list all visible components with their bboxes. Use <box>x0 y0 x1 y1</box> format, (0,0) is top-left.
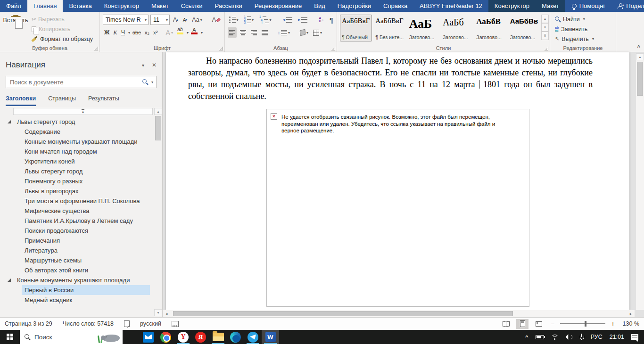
headings-top-bar[interactable]: ▲ <box>13 108 153 115</box>
line-spacing-button[interactable]: ↕▾ <box>276 27 291 38</box>
nav-heading-item[interactable]: Об авторах этой книги <box>22 265 150 275</box>
select-button[interactable]: ↖ Выделить ▾ <box>555 34 594 43</box>
action-center-icon[interactable] <box>631 334 638 340</box>
taskbar-search-box[interactable]: Поиск <box>20 330 123 344</box>
tab-table-design[interactable]: Конструктор <box>488 0 536 12</box>
nav-heading-item[interactable]: Конные монументы украшают площади <box>14 275 150 285</box>
nav-heading-item[interactable]: Львы стерегут город <box>22 166 150 176</box>
zoom-level[interactable]: 130 % <box>620 320 639 327</box>
taskbar-app-telegram[interactable] <box>244 330 262 344</box>
read-mode-button[interactable] <box>500 319 512 329</box>
wifi-icon[interactable] <box>551 334 559 340</box>
missing-image-placeholder[interactable]: ✕ Не удается отобразить связанный рисуно… <box>266 109 529 307</box>
nav-heading-item[interactable]: Примечания <box>22 236 150 246</box>
style-heading2[interactable]: АаБб Заголово... <box>441 15 473 41</box>
font-size-combo[interactable]: 11 ▾ <box>150 15 170 25</box>
highlight-dropdown-icon[interactable]: ▾ <box>187 31 189 35</box>
align-center-button[interactable] <box>239 27 248 38</box>
tab-file[interactable]: Файл <box>0 0 27 12</box>
search-icon[interactable] <box>142 79 148 85</box>
tab-addins[interactable]: Надстройки <box>331 0 377 12</box>
numbering-button[interactable]: ▾ <box>243 15 256 25</box>
tab-home[interactable]: Главная <box>27 0 63 12</box>
nav-scroll-up-button[interactable]: ▲ <box>154 108 162 115</box>
nav-heading-item[interactable]: Львы стерегут город <box>14 117 150 127</box>
expand-triangle-icon[interactable] <box>8 120 11 123</box>
clock[interactable]: 21:01 <box>610 334 624 340</box>
nav-heading-item[interactable]: Маршрутные схемы <box>22 255 150 265</box>
taskbar-app-yandex[interactable]: Я <box>192 330 209 344</box>
tab-review[interactable]: Рецензирование <box>248 0 308 12</box>
clear-formatting-button[interactable]: А <box>211 15 222 25</box>
font-family-combo[interactable]: Times New R ▾ <box>103 15 149 25</box>
nav-heading-item[interactable]: Мифические существа <box>22 206 150 216</box>
style-no-spacing[interactable]: АаБбВвГ ¶ Без инте... <box>373 15 405 41</box>
shrink-font-button[interactable]: А▾ <box>182 15 189 25</box>
navigation-pane-options-icon[interactable]: ▾ <box>142 63 144 68</box>
show-marks-button[interactable]: ¶ <box>328 15 335 25</box>
styles-scroll-up-button[interactable]: ▴ <box>541 15 549 23</box>
nav-heading-item[interactable]: Конные монументы украшают площади <box>22 137 150 147</box>
zoom-slider-thumb[interactable] <box>585 321 586 327</box>
clipboard-dialog-launcher[interactable] <box>94 47 98 50</box>
italic-button[interactable]: К <box>112 27 118 38</box>
web-layout-button[interactable] <box>533 319 545 329</box>
styles-scroll-down-button[interactable]: ▾ <box>541 23 549 32</box>
tab-insert[interactable]: Вставка <box>63 0 98 12</box>
copy-button[interactable]: Копировать <box>30 25 94 33</box>
change-case-button[interactable]: Аа▾ <box>190 15 203 25</box>
superscript-button[interactable]: x² <box>152 27 159 38</box>
expand-triangle-icon[interactable] <box>8 278 11 282</box>
format-painter-button[interactable]: Формат по образцу <box>30 34 94 43</box>
horizontal-scrollbar[interactable]: ◀ ▶ <box>163 310 635 317</box>
align-left-button[interactable] <box>228 27 237 38</box>
print-layout-button[interactable] <box>516 319 528 329</box>
styles-dialog-launcher[interactable] <box>545 47 548 50</box>
tab-mailings[interactable]: Рассылки <box>208 0 248 12</box>
navigation-pane-close-icon[interactable]: ✕ <box>152 62 157 68</box>
tab-table-layout[interactable]: Макет <box>536 0 565 12</box>
nav-heading-item[interactable]: Три моста в оформлении П.П. Соколова <box>22 196 150 206</box>
vertical-scrollbar[interactable]: ▲ <box>636 53 644 310</box>
zoom-out-button[interactable]: − <box>549 320 556 328</box>
collapse-ribbon-button[interactable]: ^ <box>637 44 640 50</box>
strikethrough-button[interactable]: abc <box>131 27 142 38</box>
start-button[interactable] <box>0 330 20 344</box>
tell-me-button[interactable]: Помощні <box>565 0 611 12</box>
find-button[interactable]: Найти ▾ <box>555 15 585 24</box>
paste-button[interactable]: Вставить ▾ <box>3 15 28 25</box>
document-search-box[interactable]: Поиск в документе ▾ <box>6 76 157 88</box>
style-heading3[interactable]: АаБбВ Заголово... <box>474 15 506 41</box>
taskbar-app-mail[interactable] <box>140 330 157 344</box>
share-button[interactable]: + Поделиться <box>611 0 644 12</box>
nav-heading-item[interactable]: Памятник И.А.Крылову в Летнем саду <box>22 216 150 226</box>
battery-icon[interactable] <box>536 335 544 339</box>
cut-button[interactable]: ✂ Вырезать <box>30 15 94 24</box>
underline-dropdown-icon[interactable]: ▾ <box>128 31 130 35</box>
tab-help[interactable]: Справка <box>377 0 413 12</box>
nav-heading-item[interactable]: Кони мчатся над городом <box>22 147 150 156</box>
doc-scroll-up-button[interactable]: ▲ <box>636 53 644 60</box>
language-status[interactable]: русский <box>140 320 161 327</box>
taskbar-app-chrome[interactable] <box>157 330 174 344</box>
document-page[interactable]: Но напрасно болезненно подозрительный Па… <box>166 52 629 310</box>
nav-heading-item[interactable]: Понемногу о разных <box>22 176 150 186</box>
doc-scroll-left-button[interactable]: ◀ <box>163 312 170 315</box>
nav-heading-item[interactable]: Медный всадник <box>22 295 150 305</box>
replace-button[interactable]: abac Заменить <box>555 25 587 33</box>
text-effects-button[interactable]: А▾ <box>165 27 174 38</box>
taskbar-app-edge[interactable] <box>227 330 244 344</box>
borders-button[interactable]: ▾ <box>312 27 323 38</box>
language-indicator[interactable]: РУС <box>591 334 603 340</box>
align-right-button[interactable] <box>249 27 258 38</box>
nav-heading-item[interactable]: Содержание <box>22 127 150 137</box>
nav-scrollbar-thumb[interactable] <box>155 116 161 140</box>
doc-scrollbar-thumb[interactable] <box>637 62 643 96</box>
font-dialog-launcher[interactable] <box>219 47 223 50</box>
highlight-button[interactable]: ab <box>175 27 185 38</box>
nav-heading-item[interactable]: Поиски продолжаются <box>22 226 150 236</box>
search-highlight-manatee-image[interactable] <box>97 332 120 343</box>
nav-heading-item-selected[interactable]: Первый в России <box>22 285 150 295</box>
tab-view[interactable]: Вид <box>308 0 331 12</box>
multilevel-list-button[interactable]: ▾ <box>258 15 273 25</box>
